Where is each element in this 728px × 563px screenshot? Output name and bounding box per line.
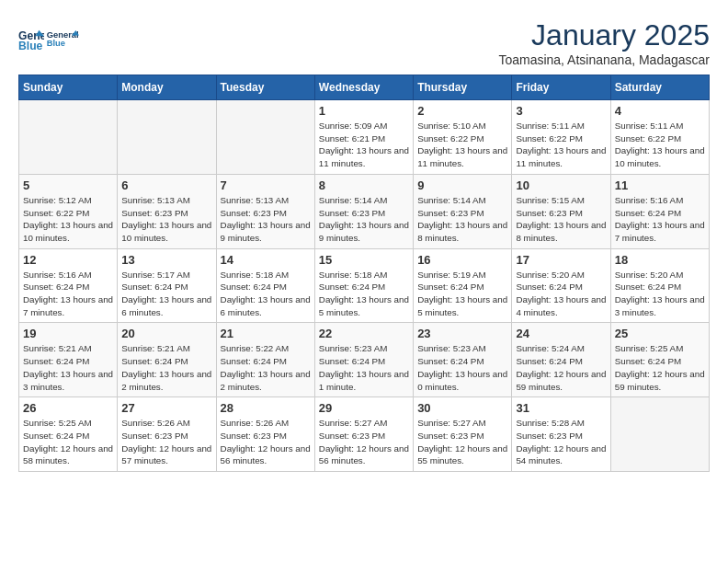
day-number: 16 [417,253,507,267]
day-info: Sunrise: 5:09 AM Sunset: 6:21 PM Dayligh… [319,120,409,170]
day-number: 3 [516,104,606,118]
calendar-cell: 31Sunrise: 5:28 AM Sunset: 6:23 PM Dayli… [512,397,610,472]
day-info: Sunrise: 5:20 AM Sunset: 6:24 PM Dayligh… [516,269,606,319]
day-header-tuesday: Tuesday [216,75,314,100]
day-number: 11 [615,178,705,192]
calendar-cell [216,100,314,175]
day-number: 26 [23,401,113,415]
week-row-0: 1Sunrise: 5:09 AM Sunset: 6:21 PM Daylig… [19,100,710,175]
calendar-cell: 10Sunrise: 5:15 AM Sunset: 6:23 PM Dayli… [512,174,610,248]
day-info: Sunrise: 5:14 AM Sunset: 6:23 PM Dayligh… [417,194,507,245]
day-info: Sunrise: 5:14 AM Sunset: 6:23 PM Dayligh… [319,194,409,245]
day-info: Sunrise: 5:26 AM Sunset: 6:23 PM Dayligh… [221,417,311,467]
calendar-cell: 6Sunrise: 5:13 AM Sunset: 6:23 PM Daylig… [118,174,216,248]
day-number: 20 [121,327,211,340]
day-number: 13 [121,253,211,267]
calendar-cell: 28Sunrise: 5:26 AM Sunset: 6:23 PM Dayli… [216,397,314,472]
day-number: 4 [615,104,705,118]
day-info: Sunrise: 5:16 AM Sunset: 6:24 PM Dayligh… [615,194,705,245]
week-row-3: 19Sunrise: 5:21 AM Sunset: 6:24 PM Dayli… [19,323,710,397]
calendar-cell: 21Sunrise: 5:22 AM Sunset: 6:24 PM Dayli… [216,323,314,397]
calendar-cell: 27Sunrise: 5:26 AM Sunset: 6:23 PM Dayli… [118,397,216,472]
day-info: Sunrise: 5:21 AM Sunset: 6:24 PM Dayligh… [23,342,113,393]
day-info: Sunrise: 5:23 AM Sunset: 6:24 PM Dayligh… [417,342,507,393]
calendar-cell: 22Sunrise: 5:23 AM Sunset: 6:24 PM Dayli… [314,323,413,397]
day-info: Sunrise: 5:23 AM Sunset: 6:24 PM Dayligh… [319,342,409,393]
day-info: Sunrise: 5:28 AM Sunset: 6:23 PM Dayligh… [516,417,606,467]
day-info: Sunrise: 5:10 AM Sunset: 6:22 PM Dayligh… [417,120,507,170]
calendar-cell: 17Sunrise: 5:20 AM Sunset: 6:24 PM Dayli… [512,248,610,323]
day-info: Sunrise: 5:26 AM Sunset: 6:23 PM Dayligh… [121,417,211,467]
month-title: January 2025 [498,18,710,52]
day-info: Sunrise: 5:16 AM Sunset: 6:24 PM Dayligh… [23,269,113,319]
day-number: 10 [516,178,606,192]
day-number: 2 [417,104,507,118]
calendar-cell: 30Sunrise: 5:27 AM Sunset: 6:23 PM Dayli… [414,397,512,472]
week-row-1: 5Sunrise: 5:12 AM Sunset: 6:22 PM Daylig… [19,174,710,248]
calendar-cell [118,100,216,175]
day-info: Sunrise: 5:27 AM Sunset: 6:23 PM Dayligh… [319,417,409,467]
calendar-cell: 9Sunrise: 5:14 AM Sunset: 6:23 PM Daylig… [414,174,512,248]
day-number: 1 [319,104,409,118]
calendar-cell [610,397,709,472]
day-number: 28 [221,401,311,415]
calendar-cell: 18Sunrise: 5:20 AM Sunset: 6:24 PM Dayli… [610,248,709,323]
day-number: 17 [516,253,606,267]
calendar-cell: 19Sunrise: 5:21 AM Sunset: 6:24 PM Dayli… [19,323,118,397]
svg-text:Blue: Blue [47,39,65,48]
calendar-cell: 16Sunrise: 5:19 AM Sunset: 6:24 PM Dayli… [414,248,512,323]
day-info: Sunrise: 5:11 AM Sunset: 6:22 PM Dayligh… [516,120,606,170]
calendar-cell: 25Sunrise: 5:25 AM Sunset: 6:24 PM Dayli… [610,323,709,397]
day-header-friday: Friday [512,75,610,100]
day-info: Sunrise: 5:12 AM Sunset: 6:22 PM Dayligh… [23,194,113,245]
calendar-cell [19,100,118,175]
day-number: 14 [221,253,311,267]
day-number: 31 [516,401,606,415]
day-info: Sunrise: 5:17 AM Sunset: 6:24 PM Dayligh… [121,269,211,319]
logo: General Blue General Blue [18,18,79,55]
week-row-4: 26Sunrise: 5:25 AM Sunset: 6:24 PM Dayli… [19,397,710,472]
day-number: 9 [417,178,507,192]
day-number: 6 [121,178,211,192]
day-number: 25 [615,327,705,340]
day-number: 30 [417,401,507,415]
calendar-cell: 29Sunrise: 5:27 AM Sunset: 6:23 PM Dayli… [314,397,413,472]
calendar-cell: 4Sunrise: 5:11 AM Sunset: 6:22 PM Daylig… [610,100,709,175]
day-number: 29 [319,401,409,415]
week-row-2: 12Sunrise: 5:16 AM Sunset: 6:24 PM Dayli… [19,248,710,323]
calendar-table: SundayMondayTuesdayWednesdayThursdayFrid… [18,75,710,472]
day-info: Sunrise: 5:22 AM Sunset: 6:24 PM Dayligh… [221,342,311,393]
calendar-header-row: SundayMondayTuesdayWednesdayThursdayFrid… [19,75,710,100]
day-info: Sunrise: 5:13 AM Sunset: 6:23 PM Dayligh… [121,194,211,245]
day-info: Sunrise: 5:25 AM Sunset: 6:24 PM Dayligh… [23,417,113,467]
day-info: Sunrise: 5:21 AM Sunset: 6:24 PM Dayligh… [121,342,211,393]
calendar-cell: 24Sunrise: 5:24 AM Sunset: 6:24 PM Dayli… [512,323,610,397]
calendar-cell: 23Sunrise: 5:23 AM Sunset: 6:24 PM Dayli… [414,323,512,397]
calendar-cell: 14Sunrise: 5:18 AM Sunset: 6:24 PM Dayli… [216,248,314,323]
location: Toamasina, Atsinanana, Madagascar [498,52,710,67]
day-info: Sunrise: 5:11 AM Sunset: 6:22 PM Dayligh… [615,120,705,170]
calendar-cell: 15Sunrise: 5:18 AM Sunset: 6:24 PM Dayli… [314,248,413,323]
calendar-cell: 3Sunrise: 5:11 AM Sunset: 6:22 PM Daylig… [512,100,610,175]
day-header-saturday: Saturday [610,75,709,100]
calendar-body: 1Sunrise: 5:09 AM Sunset: 6:21 PM Daylig… [19,100,710,472]
day-number: 23 [417,327,507,340]
calendar-cell: 11Sunrise: 5:16 AM Sunset: 6:24 PM Dayli… [610,174,709,248]
day-header-sunday: Sunday [19,75,118,100]
day-number: 15 [319,253,409,267]
day-number: 12 [23,253,113,267]
day-number: 22 [319,327,409,340]
day-number: 27 [121,401,211,415]
day-info: Sunrise: 5:18 AM Sunset: 6:24 PM Dayligh… [221,269,311,319]
calendar-cell: 20Sunrise: 5:21 AM Sunset: 6:24 PM Dayli… [118,323,216,397]
day-info: Sunrise: 5:13 AM Sunset: 6:23 PM Dayligh… [221,194,311,245]
calendar-cell: 2Sunrise: 5:10 AM Sunset: 6:22 PM Daylig… [414,100,512,175]
day-info: Sunrise: 5:25 AM Sunset: 6:24 PM Dayligh… [615,342,705,393]
calendar-cell: 8Sunrise: 5:14 AM Sunset: 6:23 PM Daylig… [314,174,413,248]
calendar-cell: 26Sunrise: 5:25 AM Sunset: 6:24 PM Dayli… [19,397,118,472]
page-header: General Blue General Blue January 2025 T… [18,18,710,67]
svg-text:Blue: Blue [18,40,43,52]
calendar-cell: 7Sunrise: 5:13 AM Sunset: 6:23 PM Daylig… [216,174,314,248]
day-info: Sunrise: 5:27 AM Sunset: 6:23 PM Dayligh… [417,417,507,467]
day-number: 24 [516,327,606,340]
